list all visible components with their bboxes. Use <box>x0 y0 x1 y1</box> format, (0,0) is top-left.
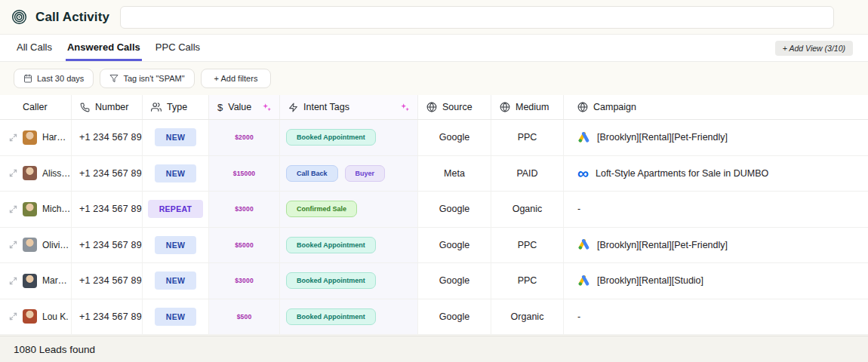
column-header-medium[interactable]: Medium <box>491 95 564 119</box>
caller-name: Mark O. <box>42 275 71 286</box>
column-header-campaign[interactable]: Campaign <box>564 95 868 119</box>
add-filters-button[interactable]: + Add filters <box>201 69 272 88</box>
cell-intent: Call BackBuyer <box>280 156 418 192</box>
avatar <box>23 202 37 216</box>
caller-name: Michael.. <box>42 204 71 214</box>
value-text: $5000 <box>235 241 254 249</box>
cell-number: +1 234 567 8910 <box>72 192 143 227</box>
cell-intent: Confirmed Sale <box>280 192 418 227</box>
campaign-label: [Brooklyn][Rental][Studio] <box>597 275 703 286</box>
column-header-label: Value <box>228 102 251 112</box>
cell-campaign: [Brooklyn][Rental][Studio] <box>564 263 868 299</box>
cell-caller: Mark O. <box>0 263 72 299</box>
cell-source: Google <box>418 263 491 299</box>
expand-row-icon[interactable] <box>9 169 17 177</box>
intent-tag: Booked Appointment <box>286 272 376 289</box>
column-header-source[interactable]: Source <box>418 95 491 119</box>
cell-type: NEW <box>143 299 209 335</box>
cell-medium: Organic <box>491 299 564 335</box>
filter-icon <box>109 74 119 83</box>
cell-caller: Olivia D. <box>0 228 72 263</box>
type-badge: REPEAT <box>148 200 204 218</box>
campaign-label: - <box>577 311 580 322</box>
cell-campaign: - <box>564 192 868 227</box>
column-header-type[interactable]: Type <box>143 95 209 119</box>
filter-chip-last-30-days[interactable]: Last 30 days <box>14 69 94 88</box>
column-header-label: Type <box>167 102 187 112</box>
avatar <box>23 274 37 288</box>
cell-medium: PPC <box>491 120 564 155</box>
avatar <box>23 309 37 324</box>
caller-name: Harper J. <box>42 132 71 143</box>
column-header-label: Source <box>442 102 472 112</box>
column-header-label: Caller <box>23 102 48 112</box>
intent-tag: Booked Appointment <box>286 129 376 146</box>
campaign-label: [Brooklyn][Rental][Pet-Friendly] <box>597 132 728 143</box>
table-row[interactable]: Michael..+1 234 567 8910REPEAT$3000Confi… <box>0 192 868 228</box>
cell-caller: Harper J. <box>0 120 72 155</box>
expand-row-icon[interactable] <box>9 277 17 285</box>
column-header-value[interactable]: $Value <box>209 95 280 119</box>
cell-caller: Michael.. <box>0 192 72 227</box>
cell-source: Google <box>418 228 491 263</box>
column-header-caller[interactable]: Caller <box>0 95 72 119</box>
cell-campaign: ∞Loft-Style Apartments for Sale in DUMBO <box>564 156 868 192</box>
page-title: Call Activity <box>35 10 109 25</box>
avatar <box>23 238 37 252</box>
table-row[interactable]: Mark O.+1 234 567 8910NEW$3000Booked App… <box>0 263 868 299</box>
cell-campaign: - <box>564 299 868 335</box>
column-header-number[interactable]: Number <box>72 95 143 119</box>
filter-chip-label: Last 30 days <box>37 74 84 83</box>
globe-icon <box>577 102 588 112</box>
expand-row-icon[interactable] <box>9 205 17 213</box>
cell-number: +1 234 567 8910 <box>72 156 143 192</box>
cell-number: +1 234 567 8910 <box>72 120 143 155</box>
meta-icon: ∞ <box>577 168 589 179</box>
view-tabs-list: All CallsAnswered CallsPPC Calls <box>15 35 202 61</box>
expand-row-icon[interactable] <box>9 133 17 142</box>
filter-chip-label: Tag isn't "SPAM" <box>123 74 184 83</box>
expand-row-icon[interactable] <box>9 312 17 321</box>
column-header-label: Intent Tags <box>303 102 349 112</box>
caller-name: Alissa J. <box>42 168 71 179</box>
cell-value: $5000 <box>209 228 280 263</box>
type-badge: NEW <box>155 272 196 290</box>
tab-answered-calls[interactable]: Answered Calls <box>66 35 142 61</box>
cell-type: NEW <box>143 228 209 263</box>
cell-value: $2000 <box>209 120 280 155</box>
cell-source: Google <box>418 299 491 335</box>
campaign-label: Loft-Style Apartments for Sale in DUMBO <box>596 168 768 179</box>
expand-row-icon[interactable] <box>9 241 17 249</box>
value-text: $3000 <box>235 277 254 284</box>
campaign-label: [Brooklyn][Rental][Pet-Friendly] <box>597 240 728 250</box>
tab-all-calls[interactable]: All Calls <box>15 35 54 61</box>
caller-name: Olivia D. <box>42 240 71 250</box>
google-ads-icon <box>577 238 590 251</box>
users-icon <box>151 102 162 112</box>
intent-tag: Buyer <box>345 165 386 182</box>
calendar-icon <box>23 74 32 83</box>
global-search-input[interactable] <box>120 6 834 29</box>
intent-tag: Confirmed Sale <box>286 201 357 217</box>
column-header-intent[interactable]: Intent Tags <box>280 95 418 119</box>
sparkle-icon <box>400 103 411 112</box>
filter-chip-list: Last 30 daysTag isn't "SPAM" <box>14 69 195 88</box>
table-row[interactable]: Olivia D.+1 234 567 8910NEW$5000Booked A… <box>0 228 868 264</box>
value-text: $15000 <box>233 170 256 177</box>
tab-ppc-calls[interactable]: PPC Calls <box>154 35 202 61</box>
filters-bar: Last 30 daysTag isn't "SPAM" + Add filte… <box>0 62 868 95</box>
table-row[interactable]: Alissa J.+1 234 567 8910NEW$15000Call Ba… <box>0 156 868 192</box>
globe-icon <box>500 102 510 112</box>
view-tabs-bar: All CallsAnswered CallsPPC Calls + Add V… <box>0 35 868 62</box>
topbar: Call Activity <box>0 0 868 35</box>
phone-icon <box>80 103 90 112</box>
value-text: $2000 <box>235 133 254 141</box>
cell-caller: Lou K. <box>0 299 72 335</box>
filter-chip-tag-isn-t-spam[interactable]: Tag isn't "SPAM" <box>100 69 194 88</box>
cell-source: Meta <box>418 156 491 192</box>
cell-type: NEW <box>143 263 209 299</box>
cell-source: Google <box>418 120 491 155</box>
table-row[interactable]: Lou K.+1 234 567 8910NEW$500Booked Appoi… <box>0 299 868 336</box>
table-row[interactable]: Harper J.+1 234 567 8910NEW$2000Booked A… <box>0 120 868 156</box>
add-view-button[interactable]: + Add View (3/10) <box>775 41 853 56</box>
